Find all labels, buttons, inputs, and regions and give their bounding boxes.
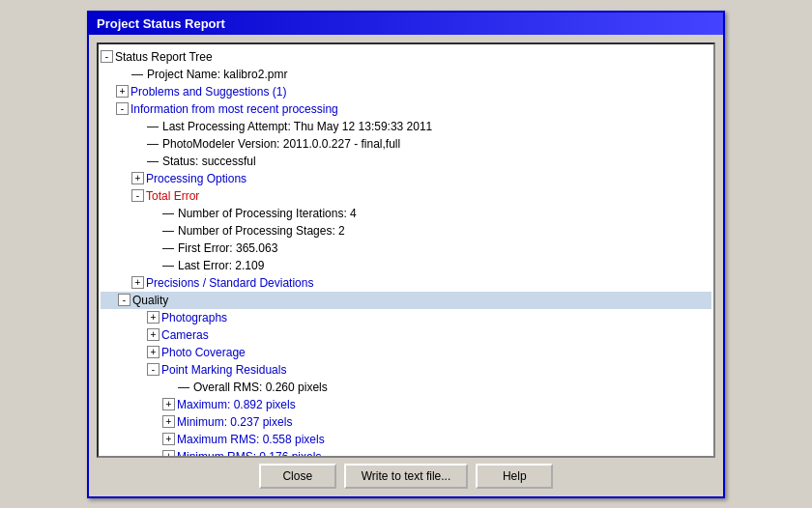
status-item: — Status: successful bbox=[147, 153, 711, 170]
photo-coverage-expand[interactable]: + bbox=[147, 346, 160, 358]
photographs-item: + Photographs bbox=[147, 309, 711, 326]
first-error-label: First Error: 365.063 bbox=[178, 240, 277, 257]
minimum-expand[interactable]: + bbox=[162, 415, 175, 428]
button-row: Close Write to text file... Help bbox=[97, 464, 715, 489]
maximum-label: Maximum: 0.892 pixels bbox=[177, 396, 296, 413]
num-stages-label: Number of Processing Stages: 2 bbox=[178, 222, 345, 240]
maximum-expand[interactable]: + bbox=[162, 398, 175, 410]
processing-options-item: + Processing Options bbox=[131, 170, 711, 187]
dash-fe: — bbox=[162, 240, 178, 257]
root-expand-icon[interactable]: - bbox=[101, 50, 113, 63]
minimum-rms-item: + Minimum RMS: 0.176 pixels bbox=[162, 448, 711, 458]
info-item: - Information from most recent processin… bbox=[116, 100, 711, 118]
photographs-expand[interactable]: + bbox=[147, 311, 160, 324]
num-iterations-label: Number of Processing Iterations: 4 bbox=[178, 205, 357, 222]
last-error-item: — Last Error: 2.109 bbox=[162, 257, 711, 274]
cameras-item: + Cameras bbox=[147, 326, 711, 344]
point-marking-item: - Point Marking Residuals bbox=[147, 361, 711, 379]
photo-coverage-item: + Photo Coverage bbox=[147, 344, 711, 361]
total-error-label: Total Error bbox=[146, 187, 199, 205]
info-expand-icon[interactable]: - bbox=[116, 102, 129, 115]
problems-label: Problems and Suggestions (1) bbox=[130, 83, 286, 100]
point-marking-expand[interactable]: - bbox=[147, 363, 160, 376]
cameras-label: Cameras bbox=[161, 326, 209, 344]
title-bar: Project Status Report bbox=[89, 13, 723, 35]
project-name-item: — Project Name: kalibro2.pmr bbox=[131, 66, 711, 83]
dash-le: — bbox=[162, 257, 178, 274]
dash-lp: — bbox=[147, 118, 162, 135]
minimum-rms-label: Minimum RMS: 0.176 pixels bbox=[177, 448, 321, 458]
num-stages-item: — Number of Processing Stages: 2 bbox=[162, 222, 711, 240]
total-error-item: - Total Error bbox=[131, 187, 711, 205]
minimum-item: + Minimum: 0.237 pixels bbox=[162, 413, 711, 431]
point-marking-label: Point Marking Residuals bbox=[161, 361, 286, 379]
root-label: Status Report Tree bbox=[115, 48, 213, 66]
dialog-title: Project Status Report bbox=[97, 16, 225, 31]
maximum-rms-label: Maximum RMS: 0.558 pixels bbox=[177, 431, 325, 448]
last-processing-item: — Last Processing Attempt: Thu May 12 13… bbox=[147, 118, 711, 135]
overall-rms-label: Overall RMS: 0.260 pixels bbox=[193, 379, 328, 396]
first-error-item: — First Error: 365.063 bbox=[162, 240, 711, 257]
project-name-label: Project Name: kalibro2.pmr bbox=[147, 66, 287, 83]
help-button[interactable]: Help bbox=[476, 464, 553, 489]
minimum-label: Minimum: 0.237 pixels bbox=[177, 413, 292, 431]
cameras-expand[interactable]: + bbox=[147, 328, 160, 341]
quality-label: Quality bbox=[132, 292, 168, 309]
photographs-label: Photographs bbox=[161, 309, 227, 326]
last-processing-label: Last Processing Attempt: Thu May 12 13:5… bbox=[162, 118, 432, 135]
processing-options-expand[interactable]: + bbox=[131, 172, 144, 184]
quality-item: - Quality bbox=[101, 292, 711, 309]
status-label: Status: successful bbox=[162, 153, 256, 170]
maximum-rms-item: + Maximum RMS: 0.558 pixels bbox=[162, 431, 711, 448]
info-label: Information from most recent processing bbox=[130, 100, 338, 118]
tree-root: - Status Report Tree bbox=[101, 48, 711, 66]
problems-expand-icon[interactable]: + bbox=[116, 85, 129, 98]
photo-coverage-label: Photo Coverage bbox=[161, 344, 246, 361]
dash-project: — bbox=[131, 66, 147, 83]
version-item: — PhotoModeler Version: 2011.0.0.227 - f… bbox=[147, 135, 711, 153]
last-error-label: Last Error: 2.109 bbox=[178, 257, 264, 274]
dash-status: — bbox=[147, 153, 162, 170]
dash-ns: — bbox=[162, 222, 178, 240]
dash-ver: — bbox=[147, 135, 162, 153]
dash-or: — bbox=[178, 379, 193, 396]
version-label: PhotoModeler Version: 2011.0.0.227 - fin… bbox=[162, 135, 400, 153]
dialog-body: - Status Report Tree — Project Name: kal… bbox=[89, 35, 723, 496]
project-status-dialog: Project Status Report - Status Report Tr… bbox=[87, 11, 725, 498]
total-error-expand[interactable]: - bbox=[131, 189, 144, 202]
problems-item: + Problems and Suggestions (1) bbox=[116, 83, 711, 100]
overall-rms-item: — Overall RMS: 0.260 pixels bbox=[178, 379, 711, 396]
processing-options-label: Processing Options bbox=[146, 170, 246, 187]
write-to-text-button[interactable]: Write to text file... bbox=[344, 464, 468, 489]
close-button[interactable]: Close bbox=[259, 464, 336, 489]
minimum-rms-expand[interactable]: + bbox=[162, 450, 175, 458]
quality-expand[interactable]: - bbox=[118, 294, 130, 306]
precisions-item: + Precisions / Standard Deviations bbox=[131, 274, 711, 292]
maximum-item: + Maximum: 0.892 pixels bbox=[162, 396, 711, 413]
num-iterations-item: — Number of Processing Iterations: 4 bbox=[162, 205, 711, 222]
dash-ni: — bbox=[162, 205, 178, 222]
tree-content: - Status Report Tree — Project Name: kal… bbox=[99, 44, 713, 458]
maximum-rms-expand[interactable]: + bbox=[162, 433, 175, 445]
precisions-expand[interactable]: + bbox=[131, 276, 144, 289]
tree-container[interactable]: - Status Report Tree — Project Name: kal… bbox=[97, 42, 715, 458]
precisions-label: Precisions / Standard Deviations bbox=[146, 274, 313, 292]
